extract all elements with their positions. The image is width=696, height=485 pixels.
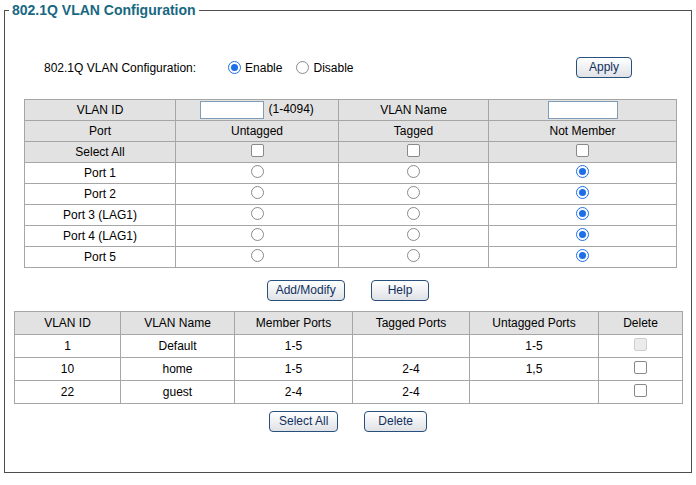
vlan-name-header: VLAN Name (121, 312, 235, 335)
port5-tagged-radio[interactable] (407, 249, 420, 262)
port-label: Port 2 (25, 184, 176, 205)
delete-button[interactable]: Delete (364, 411, 427, 432)
vlan-id-name-row: VLAN ID (1-4094) VLAN Name (25, 100, 677, 121)
delete-vlan1-checkbox (634, 338, 647, 351)
port3-untagged-radio[interactable] (251, 207, 264, 220)
port4-untagged-radio[interactable] (251, 228, 264, 241)
enable-disable-group: Enable Disable (228, 61, 353, 75)
tagged-ports-cell: 2-4 (353, 381, 470, 404)
delete-vlan22-checkbox[interactable] (634, 384, 647, 397)
vlan-name-input[interactable] (548, 101, 618, 119)
untagged-ports-cell: 1,5 (470, 358, 599, 381)
config-label: 802.1Q VLAN Configuration: (44, 61, 196, 75)
member-ports-cell: 1-5 (235, 335, 353, 358)
delete-header: Delete (599, 312, 683, 335)
port3-not-member-radio[interactable] (576, 207, 589, 220)
port-label: Port 1 (25, 163, 176, 184)
delete-vlan10-checkbox[interactable] (634, 361, 647, 374)
select-all-row: Select All (25, 142, 677, 163)
disable-option[interactable]: Disable (296, 61, 353, 75)
vlan-id-cell: 22 (15, 381, 121, 404)
port2-tagged-radio[interactable] (407, 186, 420, 199)
vlan-name-cell: Default (121, 335, 235, 358)
vlan-name-cell (489, 100, 677, 121)
vlan-id-header: VLAN ID (15, 312, 121, 335)
list-buttons-row: Select All Delete (5, 411, 691, 432)
tagged-ports-header: Tagged Ports (353, 312, 470, 335)
select-all-label: Select All (25, 142, 176, 163)
select-all-not-member-checkbox[interactable] (576, 144, 589, 157)
vlan-row: 1 Default 1-5 1-5 (15, 335, 683, 358)
vlan-list-table: VLAN ID VLAN Name Member Ports Tagged Po… (14, 311, 683, 404)
not-member-column-header: Not Member (489, 121, 677, 142)
tagged-ports-cell: 2-4 (353, 358, 470, 381)
select-all-untagged-checkbox[interactable] (251, 144, 264, 157)
vlan-id-cell: 10 (15, 358, 121, 381)
port-column-header: Port (25, 121, 176, 142)
membership-header-row: Port Untagged Tagged Not Member (25, 121, 677, 142)
vlan-row: 10 home 1-5 2-4 1,5 (15, 358, 683, 381)
untagged-ports-cell (470, 381, 599, 404)
port-label: Port 5 (25, 247, 176, 268)
port-row: Port 5 (25, 247, 677, 268)
port-row: Port 2 (25, 184, 677, 205)
port2-untagged-radio[interactable] (251, 186, 264, 199)
port2-not-member-radio[interactable] (576, 186, 589, 199)
select-all-tagged-checkbox[interactable] (407, 144, 420, 157)
untagged-ports-cell: 1-5 (470, 335, 599, 358)
select-all-button[interactable]: Select All (269, 411, 338, 432)
panel-title: 802.1Q VLAN Configuration (9, 2, 199, 18)
vlan-id-input[interactable] (200, 101, 264, 119)
vlan-id-cell: (1-4094) (176, 100, 339, 121)
port1-untagged-radio[interactable] (251, 165, 264, 178)
vlan-id-cell: 1 (15, 335, 121, 358)
vlan-name-cell: guest (121, 381, 235, 404)
vlan-id-label: VLAN ID (25, 100, 176, 121)
vlan-list-header-row: VLAN ID VLAN Name Member Ports Tagged Po… (15, 312, 683, 335)
tagged-ports-cell (353, 335, 470, 358)
vlan-name-cell: home (121, 358, 235, 381)
port1-tagged-radio[interactable] (407, 165, 420, 178)
config-row: 802.1Q VLAN Configuration: Enable Disabl… (44, 57, 632, 78)
member-ports-header: Member Ports (235, 312, 353, 335)
apply-button[interactable]: Apply (576, 57, 632, 78)
port5-untagged-radio[interactable] (251, 249, 264, 262)
enable-radio[interactable] (228, 61, 241, 74)
port1-not-member-radio[interactable] (576, 165, 589, 178)
port-row: Port 4 (LAG1) (25, 226, 677, 247)
port-label: Port 3 (LAG1) (25, 205, 176, 226)
disable-radio[interactable] (296, 61, 309, 74)
port4-not-member-radio[interactable] (576, 228, 589, 241)
member-ports-cell: 1-5 (235, 358, 353, 381)
vlan-form-table: VLAN ID (1-4094) VLAN Name Port Untagged… (24, 99, 677, 268)
add-modify-button[interactable]: Add/Modify (267, 280, 345, 301)
port-row: Port 3 (LAG1) (25, 205, 677, 226)
untagged-column-header: Untagged (176, 121, 339, 142)
enable-label: Enable (245, 61, 282, 75)
vlan-name-label: VLAN Name (339, 100, 489, 121)
port-label: Port 4 (LAG1) (25, 226, 176, 247)
tagged-column-header: Tagged (339, 121, 489, 142)
vlan-config-panel: 802.1Q VLAN Configuration 802.1Q VLAN Co… (4, 10, 692, 473)
port4-tagged-radio[interactable] (407, 228, 420, 241)
disable-label: Disable (313, 61, 353, 75)
port-row: Port 1 (25, 163, 677, 184)
port5-not-member-radio[interactable] (576, 249, 589, 262)
vlan-id-range-hint: (1-4094) (268, 102, 313, 116)
member-ports-cell: 2-4 (235, 381, 353, 404)
port3-tagged-radio[interactable] (407, 207, 420, 220)
enable-option[interactable]: Enable (228, 61, 282, 75)
help-button[interactable]: Help (371, 280, 430, 301)
untagged-ports-header: Untagged Ports (470, 312, 599, 335)
vlan-row: 22 guest 2-4 2-4 (15, 381, 683, 404)
form-buttons-row: Add/Modify Help (5, 280, 691, 301)
